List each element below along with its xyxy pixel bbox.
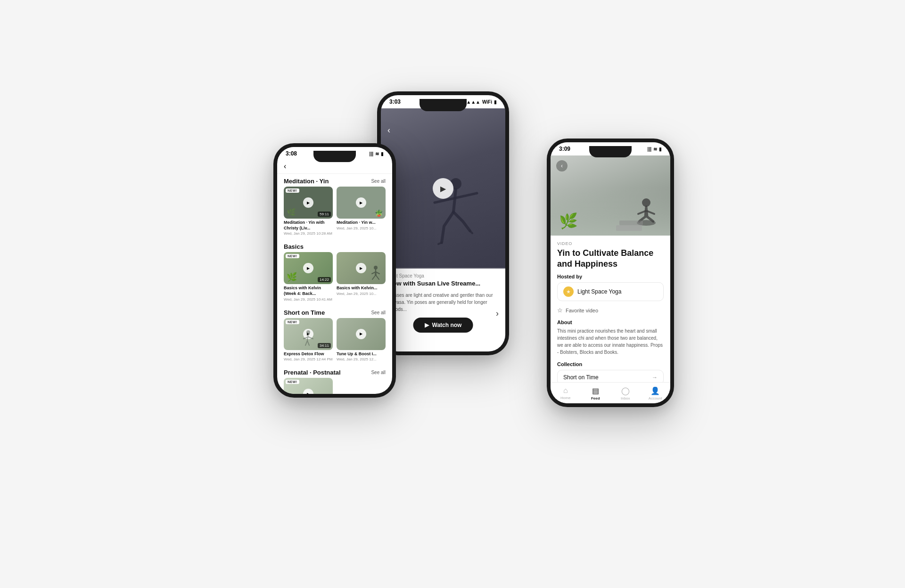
about-label: About: [557, 319, 664, 325]
section-title-short: Short on Time: [284, 309, 325, 316]
collection-label: Collection: [557, 361, 664, 367]
video-item-short-2[interactable]: ▶ Tune Up & Boost I... Wed, Jan 29, 2025…: [337, 318, 386, 362]
thumb-play-prenatal-1[interactable]: ▶: [303, 389, 313, 394]
thumb-short-1[interactable]: NEW! ▶ 34:11: [284, 318, 333, 350]
play-button-back[interactable]: ▶: [433, 178, 453, 199]
signal-icon-left: |||: [370, 151, 373, 156]
video-title-short-2: Tune Up & Boost I...: [337, 351, 386, 357]
plant-deco-2: 🪴: [375, 209, 383, 217]
video-item-prenatal-1[interactable]: NEW! ▶: [284, 378, 333, 394]
nav-item-inbox[interactable]: ◯ Inbox: [610, 386, 641, 400]
back-arrow-video[interactable]: ‹: [387, 125, 390, 135]
thumb-play-1[interactable]: ▶: [303, 197, 313, 208]
section-title-meditation: Meditation · Yin: [284, 178, 329, 185]
video-item-basics-1[interactable]: NEW! ▶ 14:22 🌿 Basics with Kelvin (Week …: [284, 252, 333, 301]
watch-now-button[interactable]: ▶ Watch now: [413, 318, 473, 333]
wifi-icon-left: ≋: [375, 151, 379, 156]
phone-right-screen: 3:09 ||| ≋ ▮ ‹ 🌿: [551, 142, 670, 403]
prop-bolster: [619, 220, 643, 225]
status-icons-right: ||| ≋ ▮: [648, 147, 662, 152]
plant-deco-1: 🌿: [287, 208, 296, 217]
video-hero-back: ‹: [381, 108, 505, 269]
host-icon: [563, 286, 574, 297]
prop-block: [616, 225, 642, 231]
video-info-short-2: Tune Up & Boost I... Wed, Jan 29, 2025 1…: [337, 351, 386, 362]
account-icon: 👤: [650, 386, 660, 395]
time-back: 3:03: [389, 98, 401, 105]
video-info-1: Meditation · Yin with Christy (Liv... We…: [284, 220, 333, 236]
phone-back-screen: 3:03 ▲▲▲ WiFi ▮ ‹: [381, 95, 505, 351]
thumb-short-2[interactable]: ▶: [337, 318, 386, 350]
duration-short-1: 34:11: [318, 343, 331, 348]
see-all-prenatal[interactable]: See all: [371, 370, 386, 375]
video-info-2: Meditation · Yin w... Wed, Jan 29, 2025 …: [337, 220, 386, 230]
next-arrow-back[interactable]: ›: [496, 309, 499, 318]
detail-screen: 3:09 ||| ≋ ▮ ‹ 🌿: [551, 142, 670, 403]
play-icon-watch: ▶: [425, 322, 429, 328]
video-row-basics: NEW! ▶ 14:22 🌿 Basics with Kelvin (Week …: [277, 252, 392, 305]
video-info-back: Light Space Yoga Flow with Susan Live St…: [381, 269, 505, 351]
see-all-meditation[interactable]: See all: [371, 179, 386, 184]
video-date-short-2: Wed, Jan 29, 2025 12...: [337, 357, 386, 361]
video-item-short-1[interactable]: NEW! ▶ 34:11 Express Detox Flow: [284, 318, 333, 362]
video-info-basics-1: Basics with Kelvin (Week 4: Back... Wed,…: [284, 286, 333, 301]
video-title-short-1: Express Detox Flow: [284, 351, 333, 357]
status-icons-left: ||| ≋ ▮: [370, 151, 384, 156]
thumb-basics-1[interactable]: NEW! ▶ 14:22 🌿: [284, 252, 333, 284]
video-date-basics-2: Wed, Jan 29, 2025 10...: [337, 292, 386, 296]
nav-item-account[interactable]: 👤 Account: [641, 386, 671, 400]
inbox-icon: ◯: [621, 386, 630, 395]
feed-content: Meditation · Yin See all NEW! ▶ 59:11 🌿: [277, 174, 392, 394]
video-item-basics-2[interactable]: ▶ Basics with Kelvin... Wed, Jan 29, 202…: [337, 252, 386, 301]
collection-arrow: →: [652, 374, 658, 381]
thumb-meditation-1[interactable]: NEW! ▶ 59:11 🌿: [284, 187, 333, 219]
wifi-icon: WiFi: [482, 99, 492, 105]
battery-icon-right: ▮: [659, 147, 662, 152]
thumb-play-2[interactable]: ▶: [356, 197, 366, 208]
phone-right-notch: [589, 146, 632, 157]
nav-item-home[interactable]: ⌂ Home: [551, 386, 581, 400]
collection-badge[interactable]: Short on Time →: [557, 370, 664, 382]
plant-detail-left: 🌿: [559, 212, 578, 230]
signal-icon-right: |||: [648, 147, 651, 152]
favorite-row: ☆ Favorite video: [557, 307, 664, 314]
thumb-play-short-2[interactable]: ▶: [356, 329, 366, 339]
video-title-2: Meditation · Yin w...: [337, 220, 386, 226]
thumb-play-basics-2[interactable]: ▶: [356, 263, 366, 273]
svg-point-2: [306, 330, 310, 334]
nav-item-feed[interactable]: ▤ Feed: [581, 386, 611, 400]
host-name: Light Space Yoga: [577, 288, 621, 295]
hosted-label: Hosted by: [557, 274, 664, 279]
back-arrow-right[interactable]: ‹: [556, 160, 568, 172]
thumb-basics-2[interactable]: ▶: [337, 252, 386, 284]
new-badge-basics: NEW!: [286, 254, 299, 258]
floor-line: [381, 268, 505, 269]
host-badge[interactable]: Light Space Yoga: [557, 282, 664, 301]
phone-back: 3:03 ▲▲▲ WiFi ▮ ‹: [377, 91, 509, 355]
thumb-prenatal-1[interactable]: NEW! ▶: [284, 378, 333, 394]
feed-screen: 3:08 ||| ≋ ▮ ‹ Meditation · Yin: [277, 147, 392, 394]
new-badge-short: NEW!: [286, 320, 299, 324]
detail-title: Yin to Cultivate Balance and Happiness: [557, 248, 664, 269]
collection-name: Short on Time: [563, 374, 599, 381]
video-date-2: Wed, Jan 29, 2025 10...: [337, 226, 386, 230]
channel-label-back: Light Space Yoga: [387, 273, 499, 278]
back-arrow-left[interactable]: ‹: [284, 162, 286, 171]
video-item-meditation-1[interactable]: NEW! ▶ 59:11 🌿 Meditation · Yin with Chr…: [284, 187, 333, 236]
section-header-short: Short on Time See all: [277, 305, 392, 318]
home-icon: ⌂: [563, 386, 568, 395]
duration-1: 59:11: [318, 212, 331, 217]
battery-icon-left: ▮: [381, 151, 384, 156]
video-item-meditation-2[interactable]: ▶ 🪴 Meditation · Yin w... Wed, Jan 29, 2…: [337, 187, 386, 236]
section-title-prenatal: Prenatal · Postnatal: [284, 369, 341, 376]
about-text: This mini practice nourishes the heart a…: [557, 327, 664, 356]
section-header-basics: Basics: [277, 239, 392, 252]
nav-label-home: Home: [560, 396, 570, 400]
thumb-play-basics-1[interactable]: ▶: [303, 263, 313, 273]
thumb-meditation-2[interactable]: ▶ 🪴: [337, 187, 386, 219]
see-all-short[interactable]: See all: [371, 310, 386, 315]
phone-right: 3:09 ||| ≋ ▮ ‹ 🌿: [547, 139, 674, 407]
watch-now-label: Watch now: [432, 322, 462, 328]
detox-pose-thumb: [299, 329, 318, 348]
phone-left-screen: 3:08 ||| ≋ ▮ ‹ Meditation · Yin: [277, 147, 392, 394]
